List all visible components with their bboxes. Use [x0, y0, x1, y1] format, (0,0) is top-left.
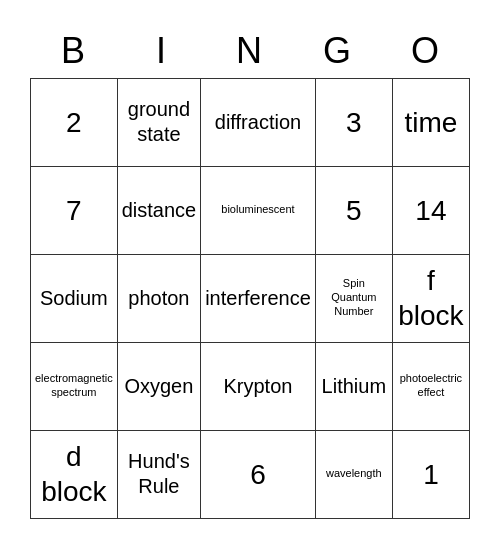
bingo-card: BINGO 2ground statediffraction3time7dist…: [20, 16, 480, 529]
cell-r3-c0: electromagnetic spectrum: [31, 343, 118, 431]
cell-r0-c3: 3: [316, 79, 393, 167]
cell-r3-c1: Oxygen: [118, 343, 202, 431]
cell-r2-c0: Sodium: [31, 255, 118, 343]
header-letter: G: [294, 26, 382, 76]
cell-r0-c4: time: [393, 79, 470, 167]
header-letter: N: [206, 26, 294, 76]
header-letter: O: [382, 26, 470, 76]
cell-r1-c1: distance: [118, 167, 202, 255]
cell-r4-c4: 1: [393, 431, 470, 519]
cell-r1-c3: 5: [316, 167, 393, 255]
cell-r2-c3: Spin Quantum Number: [316, 255, 393, 343]
cell-r2-c2: interference: [201, 255, 316, 343]
cell-r1-c4: 14: [393, 167, 470, 255]
bingo-grid: 2ground statediffraction3time7distancebi…: [30, 78, 470, 519]
cell-r3-c3: Lithium: [316, 343, 393, 431]
cell-r2-c1: photon: [118, 255, 202, 343]
cell-r4-c1: Hund's Rule: [118, 431, 202, 519]
cell-r1-c2: bioluminescent: [201, 167, 316, 255]
cell-r4-c3: wavelength: [316, 431, 393, 519]
header-letter: B: [30, 26, 118, 76]
cell-r0-c2: diffraction: [201, 79, 316, 167]
cell-r2-c4: f block: [393, 255, 470, 343]
cell-r3-c4: photoelectric effect: [393, 343, 470, 431]
bingo-header: BINGO: [30, 26, 470, 76]
cell-r4-c0: d block: [31, 431, 118, 519]
header-letter: I: [118, 26, 206, 76]
cell-r0-c0: 2: [31, 79, 118, 167]
cell-r3-c2: Krypton: [201, 343, 316, 431]
cell-r4-c2: 6: [201, 431, 316, 519]
cell-r1-c0: 7: [31, 167, 118, 255]
cell-r0-c1: ground state: [118, 79, 202, 167]
